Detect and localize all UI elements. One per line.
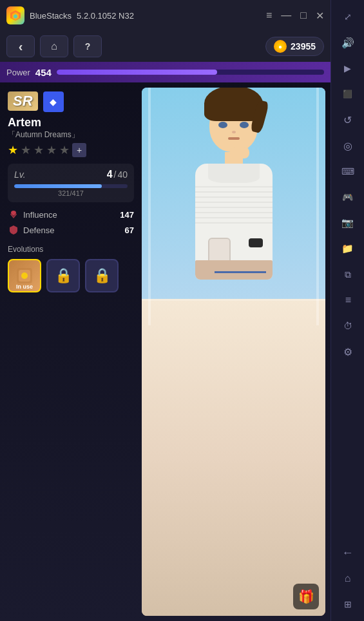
home-nav-button[interactable]: ⌂ (40, 35, 68, 57)
exp-progress-fill (14, 184, 102, 188)
level-max: 40 (117, 169, 128, 180)
influence-row: Influence 147 (8, 209, 134, 220)
multi-icon[interactable]: ⧉ (336, 263, 359, 286)
right-sidebar: ⤢ 🔊 ▶ ⬛ ↺ ◎ ⌨ 🎮 📷 📁 ⧉ ≡ ⏱ ⚙ ← ⌂ ⊞ (330, 0, 364, 621)
coin-amount: 23955 (291, 41, 316, 52)
evolution-slot-3[interactable]: 🔒 (85, 259, 119, 292)
bg-room (142, 299, 325, 616)
folder-icon[interactable]: 📁 (336, 237, 359, 260)
replay-icon[interactable]: ↺ (336, 108, 359, 131)
level-section: Lv. 4 / 40 321/417 (8, 164, 134, 202)
add-star-button[interactable]: + (72, 143, 86, 157)
gamepad-icon[interactable]: 🎮 (336, 186, 359, 209)
window-controls: ≡ — □ ✕ (266, 10, 324, 22)
close-button[interactable]: ✕ (316, 10, 324, 22)
layers-icon[interactable]: ≡ (336, 289, 359, 312)
controller-icon[interactable]: ⌨ (336, 160, 359, 183)
bluestacks-logo (6, 6, 24, 24)
evolution-slot-1[interactable]: In use (8, 259, 41, 292)
left-panel: SR ◆ Artem 「Autumn Dreams」 ★ ★ ★ ★ ★ + (0, 82, 142, 621)
star-4: ★ (46, 143, 57, 157)
influence-label: Influence (8, 209, 57, 220)
defense-row: Defense 67 (8, 224, 134, 236)
stats-section: Influence 147 Defense 67 (8, 209, 134, 236)
exp-progress-bar (14, 184, 128, 188)
influence-icon (8, 209, 19, 220)
evolution-slot-2[interactable]: 🔒 (46, 259, 80, 292)
back-nav-icon: ‹ (19, 39, 23, 54)
stars-row: ★ ★ ★ ★ ★ + (8, 143, 86, 157)
volume-icon[interactable]: 🔊 (336, 31, 359, 54)
influence-value: 147 (120, 210, 134, 220)
menu-button[interactable]: ≡ (266, 10, 272, 21)
in-use-label: In use (16, 283, 33, 290)
camera-icon[interactable]: 📷 (336, 211, 359, 234)
back-sidebar-icon[interactable]: ← (336, 541, 359, 564)
menu-sidebar-icon[interactable]: ⊞ (336, 593, 359, 616)
coin-icon: ● (274, 40, 287, 53)
home-sidebar-icon[interactable]: ⌂ (336, 567, 359, 590)
coin-display[interactable]: ● 23955 (265, 37, 324, 56)
influence-label-text: Influence (23, 210, 57, 220)
character-background: 🎁 (142, 88, 325, 616)
gift-button[interactable]: 🎁 (293, 584, 319, 609)
star-3: ★ (34, 143, 44, 157)
character-panel: 🎁 (142, 88, 325, 616)
power-progress-fill (57, 70, 217, 75)
power-progress-bar (57, 70, 324, 75)
star-1: ★ (8, 143, 18, 157)
evolutions-label: Evolutions (8, 245, 134, 254)
star-2: ★ (21, 143, 31, 157)
maximize-button[interactable]: □ (300, 10, 307, 21)
defense-icon (8, 224, 19, 236)
nav-left: ‹ ⌂ ? (6, 35, 102, 57)
expand-icon[interactable]: ⤢ (336, 5, 359, 28)
help-nav-button[interactable]: ? (73, 35, 102, 57)
help-nav-icon: ? (85, 41, 91, 52)
level-separator: / (114, 169, 117, 180)
settings-icon[interactable]: ⚙ (336, 340, 359, 363)
app-title: BlueStacks (30, 11, 72, 21)
gift-icon: 🎁 (298, 589, 314, 604)
titlebar: BlueStacks 5.2.0.1052 N32 ≡ — □ ✕ (0, 0, 330, 31)
lock-icon-1: 🔒 (55, 267, 72, 284)
app-version: 5.2.0.1052 N32 (77, 11, 134, 21)
card-subtitle: 「Autumn Dreams」 (8, 129, 86, 140)
minimize-button[interactable]: — (281, 10, 291, 21)
evolutions-section: Evolutions In use 🔒 🔒 (8, 245, 134, 292)
level-row: Lv. 4 / 40 (14, 169, 128, 180)
power-label: Power (6, 68, 30, 77)
element-icon: ◆ (43, 91, 64, 112)
exp-text: 321/417 (14, 189, 128, 197)
main-content: SR ◆ Artem 「Autumn Dreams」 ★ ★ ★ ★ ★ + (0, 82, 330, 621)
star-5: ★ (59, 143, 70, 157)
power-value: 454 (35, 67, 52, 78)
evolutions-row: In use 🔒 🔒 (8, 259, 134, 292)
level-label: Lv. (14, 169, 26, 180)
card-name: Artem (8, 116, 86, 129)
level-current: 4 (107, 169, 113, 180)
target-icon[interactable]: ◎ (336, 134, 359, 157)
svg-point-5 (21, 272, 28, 279)
home-nav-icon: ⌂ (51, 41, 57, 52)
record-icon[interactable]: ▶ (336, 57, 359, 80)
screenshot-icon[interactable]: ⬛ (336, 82, 359, 106)
rarity-badge: SR (8, 91, 38, 111)
power-bar: Power 454 (0, 62, 330, 82)
defense-label-text: Defense (23, 225, 54, 235)
game-area: BlueStacks 5.2.0.1052 N32 ≡ — □ ✕ ‹ ⌂ ? … (0, 0, 330, 621)
defense-value: 67 (125, 225, 134, 235)
lock-icon-2: 🔒 (93, 267, 111, 284)
card-header: SR ◆ Artem 「Autumn Dreams」 ★ ★ ★ ★ ★ + (8, 90, 134, 157)
navbar: ‹ ⌂ ? ● 23955 (0, 31, 330, 62)
back-nav-button[interactable]: ‹ (6, 35, 35, 57)
timer-icon[interactable]: ⏱ (336, 314, 359, 338)
defense-label: Defense (8, 224, 54, 236)
